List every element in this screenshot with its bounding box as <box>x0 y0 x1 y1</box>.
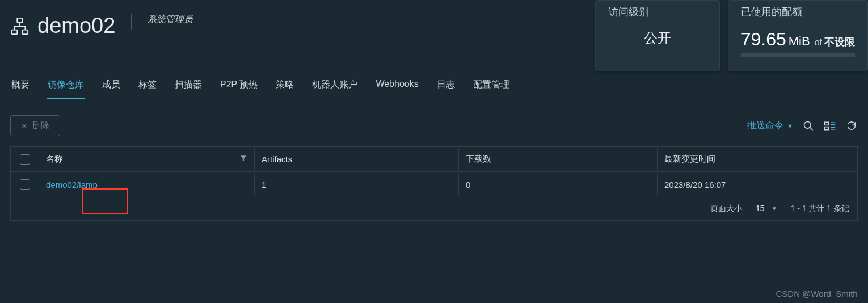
card-view-icon <box>824 121 836 131</box>
col-updated[interactable]: 最新变更时间 <box>658 148 857 170</box>
svg-rect-6 <box>825 127 829 129</box>
card-title: 已使用的配额 <box>741 5 855 19</box>
search-button[interactable] <box>802 120 815 132</box>
svg-line-4 <box>810 127 813 130</box>
tabs: 概要 镜像仓库 成员 标签 扫描器 P2P 预热 策略 机器人账户 Webhoo… <box>0 73 868 99</box>
access-level-card: 访问级别 公开 <box>595 0 720 71</box>
card-title: 访问级别 <box>608 5 707 19</box>
pagination-range: 1 - 1 共计 1 条记 <box>791 204 849 214</box>
push-command-label: 推送命令 <box>747 120 783 132</box>
col-downloads[interactable]: 下载数 <box>459 148 658 170</box>
tab-members[interactable]: 成员 <box>101 73 121 99</box>
pagesize-label: 页面大小 <box>710 204 742 214</box>
chevron-down-icon: ▼ <box>772 205 777 212</box>
quota-line: 79.65MiB of 不设限 <box>741 29 855 50</box>
divider <box>131 14 132 30</box>
quota-value: 79.65 <box>741 29 786 50</box>
pagesize-value: 15 <box>756 204 765 213</box>
svg-rect-5 <box>825 122 829 125</box>
page-title: demo02 <box>37 14 115 38</box>
repository-link[interactable]: demo02/lamp <box>46 180 98 190</box>
project-icon <box>10 16 30 36</box>
tab-labels[interactable]: 标签 <box>137 73 158 99</box>
col-name-label: 名称 <box>46 154 63 165</box>
filter-icon[interactable] <box>239 154 247 164</box>
card-view-button[interactable] <box>824 120 836 132</box>
quota-card: 已使用的配额 79.65MiB of 不设限 <box>728 0 868 71</box>
tab-policy[interactable]: 策略 <box>275 73 295 99</box>
pagesize-select[interactable]: 15 ▼ <box>753 203 779 214</box>
tab-scanner[interactable]: 扫描器 <box>174 73 203 99</box>
row-name-cell: demo02/lamp <box>39 174 255 195</box>
search-icon <box>803 120 814 132</box>
watermark: CSDN @Word_Smith_ <box>776 289 863 298</box>
col-name[interactable]: 名称 <box>39 148 255 170</box>
svg-rect-0 <box>17 18 22 22</box>
col-artifacts[interactable]: Artifacts <box>255 149 459 170</box>
push-command-dropdown[interactable]: 推送命令 ▼ <box>747 120 793 132</box>
tab-summary[interactable]: 概要 <box>10 73 31 99</box>
select-all-cell[interactable] <box>11 149 39 170</box>
user-role: 系统管理员 <box>148 14 193 26</box>
refresh-icon <box>846 120 857 132</box>
checkbox-icon <box>20 179 30 190</box>
delete-button[interactable]: ✕ 删除 <box>10 115 60 136</box>
tab-webhooks[interactable]: Webhooks <box>374 73 419 99</box>
delete-label: 删除 <box>32 120 49 131</box>
row-select-cell[interactable] <box>11 174 39 195</box>
svg-rect-2 <box>23 30 28 34</box>
chevron-down-icon: ▼ <box>787 123 793 129</box>
row-updated-cell: 2023/8/20 16:07 <box>658 174 857 195</box>
tab-robot[interactable]: 机器人账户 <box>311 73 359 99</box>
close-icon: ✕ <box>21 121 28 131</box>
tab-p2p[interactable]: P2P 预热 <box>219 73 259 99</box>
tab-config[interactable]: 配置管理 <box>472 73 511 99</box>
quota-of: of <box>815 37 822 48</box>
svg-rect-1 <box>12 30 17 34</box>
row-downloads-cell: 0 <box>459 174 658 195</box>
repository-table: 名称 Artifacts 下载数 最新变更时间 demo02/lamp 1 0 … <box>10 146 858 221</box>
quota-unit: MiB <box>789 34 810 49</box>
quota-limit: 不设限 <box>824 35 855 49</box>
toolbar-right: 推送命令 ▼ <box>747 120 858 132</box>
table-row: demo02/lamp 1 0 2023/8/20 16:07 <box>11 172 857 197</box>
svg-point-3 <box>804 121 811 128</box>
quota-bar <box>741 53 855 57</box>
refresh-button[interactable] <box>845 120 858 132</box>
tab-repositories[interactable]: 镜像仓库 <box>47 73 85 99</box>
checkbox-icon <box>20 154 30 165</box>
summary-cards: 访问级别 公开 已使用的配额 79.65MiB of 不设限 <box>595 0 868 71</box>
access-level-value: 公开 <box>608 29 707 47</box>
tab-logs[interactable]: 日志 <box>436 73 456 99</box>
row-artifacts-cell: 1 <box>255 174 459 195</box>
table-footer: 页面大小 15 ▼ 1 - 1 共计 1 条记 <box>11 197 857 220</box>
toolbar: ✕ 删除 推送命令 ▼ <box>0 99 868 146</box>
table-header: 名称 Artifacts 下载数 最新变更时间 <box>11 147 857 172</box>
title-area: demo02 <box>10 14 115 38</box>
